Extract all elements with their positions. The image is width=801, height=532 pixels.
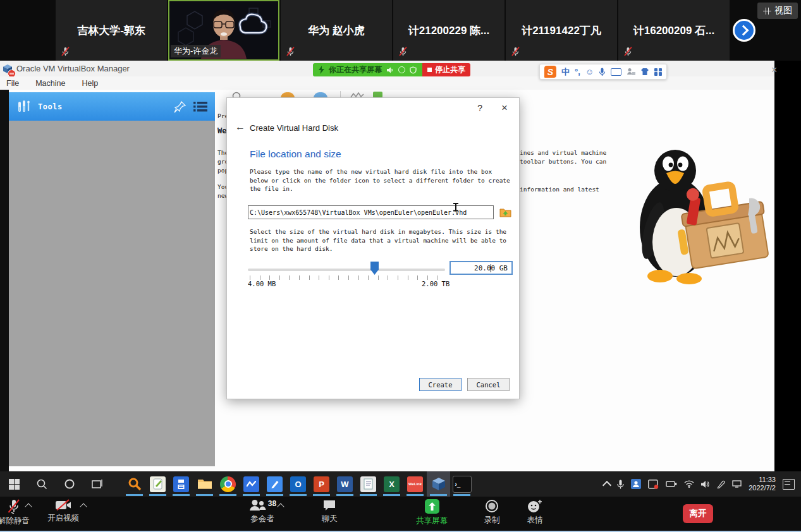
windows-taskbar: O P W X WeLink ›_ 11:33 bbox=[0, 471, 801, 497]
cortana-button[interactable] bbox=[56, 471, 83, 497]
cancel-button[interactable]: Cancel bbox=[467, 378, 510, 391]
record-indicator-icon[interactable] bbox=[398, 66, 405, 73]
taskbar-clock[interactable]: 11:33 2022/7/2 bbox=[749, 476, 776, 493]
ime-keyboard-icon[interactable] bbox=[611, 68, 621, 76]
emoji-button[interactable]: 表情 bbox=[517, 499, 553, 526]
participant-strip: 吉林大学-郭东 华为-许金龙 bbox=[0, 0, 801, 61]
ime-menu-icon[interactable] bbox=[654, 68, 662, 76]
ime-voice-icon[interactable] bbox=[599, 68, 606, 76]
chat-button[interactable]: 聊天 bbox=[311, 499, 348, 524]
ime-toolbar: S 中 °, ☺ bbox=[539, 64, 667, 80]
ime-punctuation-mode[interactable]: °, bbox=[575, 67, 580, 76]
taskbar-app-notepadpp[interactable] bbox=[146, 471, 169, 497]
shield-icon[interactable] bbox=[410, 66, 417, 74]
leave-meeting-button[interactable]: 离开 bbox=[683, 504, 713, 523]
participant-video-tile[interactable]: 华为-许金龙 bbox=[168, 0, 279, 61]
size-max-label: 2.00 TB bbox=[422, 280, 449, 287]
taskbar-app-mail[interactable] bbox=[240, 471, 263, 497]
tray-wifi-icon[interactable] bbox=[684, 480, 694, 488]
speaker-icon[interactable] bbox=[386, 66, 394, 74]
menu-file[interactable]: File bbox=[6, 79, 19, 88]
taskbar-app-outlook[interactable]: O bbox=[286, 471, 310, 497]
sogou-logo-icon[interactable]: S bbox=[544, 66, 556, 78]
taskbar-app-file-explorer[interactable] bbox=[193, 471, 216, 497]
tray-pen-icon[interactable] bbox=[717, 480, 725, 488]
virtualbox-icon bbox=[431, 476, 446, 492]
tray-mic-icon[interactable] bbox=[617, 480, 624, 489]
dialog-help-button[interactable]: ? bbox=[477, 103, 482, 113]
mic-muted-icon bbox=[60, 46, 71, 57]
create-button[interactable]: Create bbox=[419, 378, 462, 391]
participant-tile[interactable]: 计21200229 陈... bbox=[393, 0, 504, 61]
start-button[interactable] bbox=[0, 471, 28, 497]
disk-size-input[interactable]: 20.00 GB bbox=[449, 261, 513, 275]
back-arrow-icon[interactable]: ← bbox=[235, 121, 245, 133]
dialog-heading: File location and size bbox=[250, 148, 341, 160]
ime-toolbox-icon[interactable] bbox=[627, 68, 635, 76]
stop-sharing-button[interactable]: 停止共享 bbox=[422, 63, 470, 76]
share-screen-button[interactable]: 共享屏幕 bbox=[408, 499, 456, 526]
start-video-button[interactable]: 开启视频 bbox=[39, 499, 87, 524]
taskbar-app-powerpoint[interactable]: P bbox=[310, 471, 333, 497]
taskbar-app-notes[interactable] bbox=[263, 471, 286, 497]
next-participants-button[interactable] bbox=[733, 19, 755, 42]
tux-toolbox-illustration bbox=[613, 142, 774, 284]
menu-help[interactable]: Help bbox=[82, 79, 98, 88]
choose-folder-button[interactable] bbox=[499, 207, 511, 217]
system-tray: 11:33 2022/7/2 bbox=[604, 476, 801, 493]
taskbar-app-word[interactable]: W bbox=[333, 471, 357, 497]
share-screen-icon bbox=[425, 499, 439, 514]
tray-device-icon[interactable] bbox=[666, 480, 677, 488]
participant-tile[interactable]: 计21191422丁凡 bbox=[506, 0, 617, 61]
emoji-label: 表情 bbox=[527, 515, 543, 526]
menu-machine[interactable]: Machine bbox=[35, 79, 65, 88]
pin-icon[interactable] bbox=[173, 100, 187, 114]
tray-expand-icon[interactable] bbox=[602, 480, 611, 489]
tray-display-icon[interactable] bbox=[732, 480, 742, 488]
search-icon bbox=[36, 478, 47, 490]
taskbar-app-notepad[interactable] bbox=[357, 471, 380, 497]
tools-icon bbox=[16, 99, 32, 114]
taskbar-app-everything[interactable] bbox=[123, 471, 146, 497]
participant-tile[interactable]: 计16200209 石... bbox=[618, 0, 730, 61]
disk-size-slider[interactable] bbox=[248, 269, 445, 271]
participant-tile[interactable]: 吉林大学-郭东 bbox=[56, 0, 167, 61]
welcome-fragment: information and latest bbox=[520, 186, 599, 193]
ime-skin-icon[interactable] bbox=[640, 68, 649, 76]
unmute-label: 解除静音 bbox=[0, 516, 30, 526]
text-cursor-pointer bbox=[453, 202, 458, 212]
participants-button[interactable]: 38 参会者 bbox=[235, 499, 290, 524]
start-video-label: 开启视频 bbox=[47, 513, 79, 524]
tray-contact-icon[interactable] bbox=[631, 479, 641, 489]
taskbar-app-chrome[interactable] bbox=[216, 471, 240, 497]
view-button-label: 视图 bbox=[774, 5, 792, 16]
taskbar-app-welink[interactable]: WeLink bbox=[403, 471, 427, 497]
tools-header[interactable]: Tools bbox=[9, 92, 215, 121]
slider-thumb[interactable] bbox=[370, 262, 379, 275]
floating-close-icon[interactable]: × bbox=[771, 64, 777, 76]
taskbar-app-terminal[interactable]: ›_ bbox=[450, 471, 474, 497]
toolbar-separator bbox=[340, 91, 341, 97]
taskbar-app-virtualbox[interactable] bbox=[427, 471, 450, 497]
participant-tile[interactable]: 华为 赵小虎 bbox=[281, 0, 392, 61]
action-center-icon[interactable] bbox=[783, 479, 795, 490]
tray-screenrec-icon[interactable] bbox=[648, 480, 659, 489]
dialog-title: Create Virtual Hard Disk bbox=[250, 123, 338, 133]
list-menu-icon[interactable] bbox=[193, 101, 207, 112]
record-button[interactable]: 录制 bbox=[474, 499, 510, 526]
mic-off-icon bbox=[7, 499, 21, 514]
window-left-edge bbox=[0, 90, 9, 471]
taskbar-app-floppy[interactable] bbox=[169, 471, 193, 497]
taskbar-search-button[interactable] bbox=[28, 471, 56, 497]
tray-volume-icon[interactable] bbox=[701, 480, 710, 488]
view-layout-button[interactable]: 视图 bbox=[757, 3, 798, 19]
task-view-button[interactable] bbox=[83, 471, 111, 497]
ime-language-mode[interactable]: 中 bbox=[561, 66, 570, 78]
participant-name: 计16200209 石... bbox=[633, 23, 715, 38]
taskbar-app-excel[interactable]: X bbox=[380, 471, 403, 497]
size-min-label: 4.00 MB bbox=[248, 280, 276, 287]
vm-list-area[interactable] bbox=[9, 121, 215, 466]
ime-emoji-button[interactable]: ☺ bbox=[585, 67, 594, 76]
participant-name: 华为-许金龙 bbox=[171, 45, 221, 57]
dialog-close-button[interactable]: × bbox=[501, 102, 508, 114]
